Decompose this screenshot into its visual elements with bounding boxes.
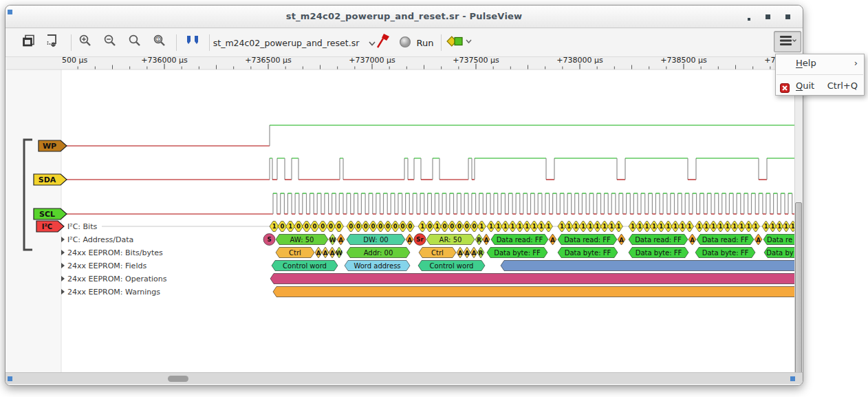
svg-text:1: 1 xyxy=(525,223,529,230)
vertical-scrollbar-thumb[interactable] xyxy=(795,202,802,386)
window-bottom-strip xyxy=(6,384,803,386)
svg-text:1: 1 xyxy=(547,223,551,230)
svg-text:A: A xyxy=(458,250,463,257)
svg-text:1: 1 xyxy=(704,223,708,230)
pulseview-window: st_m24c02_powerup_and_reset.sr - PulseVi… xyxy=(5,5,803,386)
svg-text:Data read: FF: Data read: FF xyxy=(635,236,682,244)
svg-text:0: 0 xyxy=(457,223,462,230)
decoder-row-label[interactable]: 24xx EEPROM: Bits/bytes xyxy=(67,248,163,257)
zoom-fit-button[interactable] xyxy=(124,31,146,54)
svg-text:Sr: Sr xyxy=(416,236,424,243)
ruler-label: +737500 µs xyxy=(453,57,499,65)
save-file-icon xyxy=(44,33,61,52)
trace-view: 500 µs+736000 µs+736500 µs+737000 µs+737… xyxy=(6,57,803,372)
vertical-scrollbar[interactable] xyxy=(794,69,803,372)
svg-text:A: A xyxy=(330,250,335,257)
close-button[interactable] xyxy=(785,14,790,19)
svg-text:R: R xyxy=(477,237,481,244)
svg-text:1: 1 xyxy=(733,223,737,230)
svg-text:DW: 00: DW: 00 xyxy=(363,236,388,244)
add-decoder-button[interactable] xyxy=(444,31,475,54)
probe-icon xyxy=(375,32,391,53)
toolbar-separator xyxy=(441,34,442,51)
svg-text:0: 0 xyxy=(408,223,412,230)
svg-text:A: A xyxy=(619,237,624,244)
submenu-arrow-icon: › xyxy=(854,54,858,72)
toolbar-separator xyxy=(176,34,177,51)
svg-text:Data byte: FF: Data byte: FF xyxy=(565,249,611,257)
run-label: Run xyxy=(417,38,434,48)
decoder-row-label[interactable]: I²C: Bits xyxy=(67,222,97,231)
zoom-fit-icon xyxy=(127,34,142,52)
svg-text:0: 0 xyxy=(313,223,317,230)
horizontal-scrollbar-thumb[interactable] xyxy=(168,376,188,382)
svg-text:0: 0 xyxy=(349,223,353,230)
svg-text:0: 0 xyxy=(305,223,309,230)
svg-text:1: 1 xyxy=(603,223,607,230)
svg-text:1: 1 xyxy=(503,223,508,230)
decoder-row-label[interactable]: I²C: Address/Data xyxy=(67,235,133,244)
svg-text:1: 1 xyxy=(560,223,564,230)
svg-text:W: W xyxy=(336,250,343,257)
svg-text:A: A xyxy=(465,250,470,257)
decoder-row-label[interactable]: 24xx EEPROM: Fields xyxy=(67,261,147,270)
svg-text:Data read: FF: Data read: FF xyxy=(702,236,749,244)
cursors-icon xyxy=(183,34,202,52)
svg-text:0: 0 xyxy=(296,223,301,230)
svg-text:SDA: SDA xyxy=(39,175,56,184)
horizontal-scrollbar[interactable]: ‹ xyxy=(6,372,803,384)
zoom-out-button[interactable] xyxy=(99,31,121,54)
titlebar[interactable]: st_m24c02_powerup_and_reset.sr - PulseVi… xyxy=(6,6,803,28)
corner-accent xyxy=(790,376,795,381)
menu-item-label: Quit xyxy=(796,81,814,91)
trace-area xyxy=(61,69,796,372)
svg-text:1: 1 xyxy=(617,223,621,230)
svg-text:1: 1 xyxy=(574,223,578,230)
svg-text:1: 1 xyxy=(688,223,692,230)
main-menu-popup: Help›QuitCtrl+Q xyxy=(775,54,865,96)
minimize-button[interactable] xyxy=(748,18,750,21)
svg-text:A: A xyxy=(316,250,321,257)
ruler-label: +736000 µs xyxy=(141,57,188,65)
annotation xyxy=(501,261,796,271)
save-button[interactable] xyxy=(41,31,63,54)
decoder-row-label[interactable]: 24xx EEPROM: Warnings xyxy=(67,288,160,297)
svg-text:1: 1 xyxy=(435,223,440,230)
svg-text:0: 0 xyxy=(378,223,382,230)
main-menu-button[interactable] xyxy=(774,31,801,52)
svg-text:AW: 50: AW: 50 xyxy=(290,236,314,244)
zoom-in-button[interactable] xyxy=(74,31,96,54)
run-button[interactable]: Run xyxy=(396,31,436,54)
svg-text:1: 1 xyxy=(739,223,744,230)
connect-device-button[interactable] xyxy=(373,31,393,54)
decoder-row-label[interactable]: 24xx EEPROM: Operations xyxy=(67,275,167,283)
show-cursors-button[interactable] xyxy=(180,31,205,54)
session-selector[interactable]: st_m24c02_powerup_and_reset.sr xyxy=(219,31,370,54)
led-icon xyxy=(399,36,411,50)
menu-item-help[interactable]: Help› xyxy=(776,54,864,72)
zoom-one-to-one-icon: 1 xyxy=(152,34,167,52)
ruler-label: +737000 µs xyxy=(349,57,395,65)
svg-text:A: A xyxy=(338,237,343,244)
svg-text:A: A xyxy=(484,237,489,244)
ruler-label: +736500 µs xyxy=(245,57,292,65)
svg-text:1: 1 xyxy=(726,223,730,230)
menu-item-quit[interactable]: QuitCtrl+Q xyxy=(776,77,864,95)
open-file-icon xyxy=(21,34,36,52)
ruler-label: +738500 µs xyxy=(660,57,707,65)
open-button[interactable] xyxy=(18,31,40,54)
svg-text:1: 1 xyxy=(496,223,500,230)
svg-text:1: 1 xyxy=(588,223,592,230)
svg-text:R: R xyxy=(479,250,484,257)
svg-text:0: 0 xyxy=(442,223,446,230)
svg-text:1: 1 xyxy=(479,223,484,230)
maximize-button[interactable] xyxy=(766,14,770,19)
zoom-one-to-one-button[interactable]: 1 xyxy=(149,31,171,54)
quit-icon xyxy=(780,81,790,99)
svg-text:Data byte: FF: Data byte: FF xyxy=(636,249,682,257)
svg-text:1: 1 xyxy=(777,223,781,230)
svg-text:Word address: Word address xyxy=(354,262,400,270)
zoom-out-icon xyxy=(102,34,118,52)
svg-text:1: 1 xyxy=(764,223,768,230)
menu-item-label: Help xyxy=(796,58,816,68)
